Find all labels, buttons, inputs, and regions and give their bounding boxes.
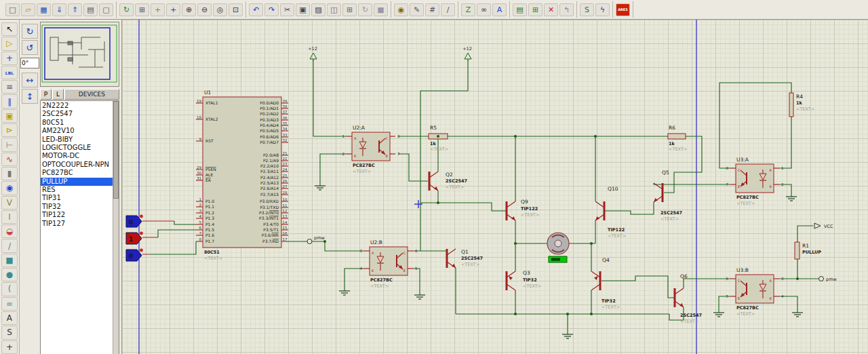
subcircuit-mode-icon[interactable]: ▣ [1, 109, 18, 123]
device-item-logictoggle[interactable]: LOGICTOGGLE [41, 144, 113, 152]
device-item-80c51[interactable]: 80C51 [41, 119, 113, 127]
component-u3b-optocoupler[interactable]: 63CA54EK [726, 275, 784, 303]
device-item-tip31[interactable]: TIP31 [41, 194, 113, 202]
save-file-icon[interactable]: ▦ [37, 3, 51, 16]
device-item-led-biby[interactable]: LED-BIBY [41, 136, 113, 144]
toggle-pin-dot[interactable] [140, 249, 143, 252]
mark-output-area-icon[interactable]: ▢ [99, 3, 113, 16]
component-r1[interactable]: R1 PULLUP [795, 242, 821, 259]
toggle-pin-dot[interactable] [140, 215, 143, 218]
pick-device-icon[interactable]: ◉ [394, 3, 408, 16]
device-item-am22v10[interactable]: AM22V10 [41, 127, 113, 135]
power-terminal-12v-b[interactable]: +12 [462, 46, 472, 61]
scrollbar-thumb[interactable] [113, 101, 119, 199]
component-q3[interactable] [505, 271, 515, 290]
wire-autorouter-icon[interactable]: Z [461, 3, 475, 16]
component-r6[interactable]: R6 1k <TEXT> [668, 125, 687, 152]
export-section-icon[interactable]: ⇑ [68, 3, 82, 16]
pmw-terminal-right[interactable]: pmw [818, 277, 837, 283]
device-item-pullup[interactable]: PULLUP [41, 178, 113, 186]
component-q6[interactable] [673, 288, 684, 307]
device-item-optocoupler-npn[interactable]: OPTOCOUPLER-NPN [41, 161, 113, 169]
2d-symbol-icon[interactable]: S [1, 326, 18, 339]
toggle-grid-icon[interactable]: ⊞ [135, 3, 149, 16]
selection-tool-icon[interactable]: ↖ [1, 22, 18, 36]
terminals-mode-icon[interactable]: ⊳ [1, 123, 18, 137]
pan-center-icon[interactable]: + [166, 3, 180, 16]
block-rotate-icon[interactable]: ↻ [358, 3, 372, 16]
false-origin-icon[interactable]: + [151, 3, 165, 16]
voltage-probe-mode-icon[interactable]: V [1, 196, 18, 210]
device-item-res[interactable]: RES [41, 186, 113, 194]
current-probe-mode-icon[interactable]: I [1, 210, 18, 224]
component-q10[interactable] [595, 201, 606, 220]
import-section-icon[interactable]: ⇓ [52, 3, 66, 16]
power-terminal-12v-a[interactable]: +12 [308, 46, 317, 61]
2d-arc-icon[interactable]: ( [1, 282, 18, 296]
netlist-to-ares-icon[interactable]: ARES [616, 3, 630, 16]
device-item-2n2222[interactable]: 2N2222 [41, 102, 113, 110]
component-r5[interactable]: R5 1k <TEXT> [429, 125, 448, 152]
component-q9[interactable] [505, 201, 515, 220]
block-copy-icon[interactable]: ◫ [327, 3, 341, 16]
2d-path-icon[interactable]: ∞ [1, 297, 18, 311]
2d-circle-icon[interactable]: ● [1, 268, 18, 281]
decompose-icon[interactable]: / [441, 3, 455, 16]
device-item-tip127[interactable]: TIP127 [41, 220, 113, 228]
component-u1-80c51[interactable]: U1 80C51 <TEXT> 19XTAL118XTAL29RST29PSEN… [196, 90, 288, 261]
buses-mode-icon[interactable]: ∥ [1, 94, 18, 108]
component-r4[interactable]: R4 1k <TEXT> [789, 93, 814, 117]
component-mode-icon[interactable]: ▷ [1, 37, 18, 50]
logic-toggle-0[interactable]: 0 [126, 215, 143, 227]
zoom-all-icon[interactable]: ◎ [213, 3, 227, 16]
new-sheet-icon[interactable]: ⊞ [528, 3, 542, 16]
search-tag-icon[interactable]: ∞ [477, 3, 491, 16]
open-folder-icon[interactable]: ▱ [21, 3, 35, 16]
vcc-terminal[interactable]: VCC [814, 223, 833, 229]
library-button[interactable]: L [52, 89, 64, 100]
rotate-ccw-button[interactable]: ↺ [22, 40, 38, 55]
tape-recorder-mode-icon[interactable]: ▮ [1, 167, 18, 180]
refresh-display-icon[interactable]: ↻ [119, 3, 134, 16]
mirror-vertical-button[interactable]: ↕ [22, 89, 38, 104]
component-q1[interactable] [446, 249, 456, 268]
print-icon[interactable]: ▤ [83, 3, 98, 16]
undo-icon[interactable]: ↶ [249, 3, 263, 16]
logic-toggle-1[interactable]: 1 [126, 232, 143, 244]
design-explorer-icon[interactable]: ▤ [513, 3, 527, 16]
device-item-tip122[interactable]: TIP122 [41, 211, 113, 219]
toggle-pin-dot[interactable] [140, 232, 143, 235]
rotation-angle-input[interactable] [20, 58, 39, 68]
component-dc-motor[interactable] [547, 233, 569, 262]
component-u2b-optocoupler[interactable]: 36AC45KE [359, 247, 418, 275]
2d-box-icon[interactable]: ■ [1, 254, 18, 267]
property-assignment-icon[interactable]: A [492, 3, 507, 16]
device-item-tip32[interactable]: TIP32 [41, 203, 113, 211]
make-device-icon[interactable]: ✎ [410, 3, 424, 16]
zoom-out-icon[interactable]: ⊖ [197, 3, 212, 16]
redo-icon[interactable]: ↷ [264, 3, 279, 16]
new-file-icon[interactable]: □ [5, 3, 20, 16]
component-q5[interactable] [654, 183, 664, 202]
packaging-tool-icon[interactable]: # [425, 3, 439, 16]
zoom-in-icon[interactable]: ⊕ [182, 3, 196, 16]
goto-sheet-icon[interactable]: ↰ [559, 3, 574, 16]
component-q2[interactable] [428, 172, 438, 191]
device-pins-mode-icon[interactable]: ⊢ [1, 138, 18, 151]
paste-icon[interactable]: ▨ [311, 3, 326, 16]
generator-mode-icon[interactable]: ◉ [1, 181, 18, 195]
overview-window[interactable] [40, 22, 119, 87]
wire-label-mode-icon[interactable]: LBL [1, 66, 18, 79]
junction-dot-mode-icon[interactable]: + [1, 52, 18, 65]
schematic-canvas[interactable]: +12 +12 VCC pmw pmw [122, 20, 868, 354]
block-move-icon[interactable]: ⊞ [342, 3, 357, 16]
mirror-horizontal-button[interactable]: ↔ [22, 73, 38, 87]
rotate-cw-button[interactable]: ↻ [22, 24, 38, 39]
block-delete-icon[interactable]: ■ [374, 3, 388, 16]
graph-mode-icon[interactable]: ∿ [1, 153, 18, 166]
logic-toggle-2[interactable]: 0 [126, 249, 143, 261]
virtual-instruments-mode-icon[interactable]: ◒ [1, 224, 18, 238]
component-u3a-optocoupler[interactable]: 81CA72EK [726, 164, 783, 193]
device-item-2sc2547[interactable]: 2SC2547 [41, 110, 113, 118]
cut-icon[interactable]: ✂ [280, 3, 294, 16]
